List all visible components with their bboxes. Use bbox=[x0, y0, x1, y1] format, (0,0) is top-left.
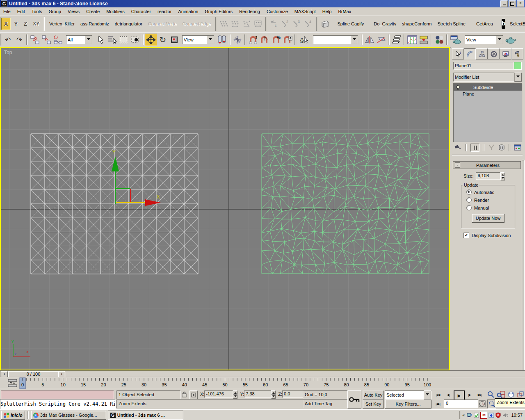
frame-ruler[interactable]: 0510152025303540455055606570758085909510… bbox=[0, 377, 451, 389]
spline-cagify-button[interactable]: Spline Cagify bbox=[334, 21, 367, 26]
object-color-swatch[interactable] bbox=[514, 62, 522, 70]
schematic-view-button[interactable] bbox=[418, 34, 429, 46]
axis-x-button[interactable]: X bbox=[1, 18, 11, 30]
add-time-tag[interactable]: Add Time Tag bbox=[303, 399, 349, 408]
tab-hierarchy[interactable] bbox=[476, 48, 488, 59]
select-and-scale-button[interactable] bbox=[169, 34, 180, 46]
set-keys-button[interactable] bbox=[347, 390, 361, 409]
spacing-tool-icon-3[interactable] bbox=[241, 18, 252, 30]
task-chrome-window[interactable]: 3ds Max Glasses - Google... bbox=[31, 411, 106, 420]
percent-snap-button[interactable]: % bbox=[270, 34, 282, 46]
x-coord-field[interactable]: -101,476 bbox=[204, 390, 233, 398]
size-spinner[interactable] bbox=[500, 172, 505, 180]
select-by-edge-button[interactable]: SelectByEdge bbox=[507, 21, 525, 26]
select-and-move-button[interactable] bbox=[145, 34, 157, 46]
connect-c-icon[interactable]: c bbox=[268, 18, 279, 30]
viewport-canvas[interactable]: YXyxz bbox=[1, 48, 449, 370]
render-scene-button[interactable] bbox=[449, 34, 463, 46]
menu-modifiers[interactable]: Modifiers bbox=[103, 8, 128, 15]
detriangulator-button[interactable]: detriangulator bbox=[112, 21, 145, 26]
stack-item-plane[interactable]: Plane bbox=[454, 91, 522, 97]
bind-to-spacewarp-button[interactable] bbox=[52, 34, 64, 46]
move-gizmo[interactable]: YX bbox=[112, 149, 161, 206]
connect-3-icon[interactable]: 3 bbox=[291, 18, 302, 30]
top-viewport[interactable]: YXyxz Top bbox=[0, 47, 450, 370]
antivirus-shield-icon[interactable]: V bbox=[495, 412, 501, 418]
select-and-manipulate-button[interactable] bbox=[232, 34, 243, 46]
quick-render-button[interactable] bbox=[505, 34, 516, 46]
track-bar[interactable]: 0510152025303540455055606570758085909510… bbox=[0, 377, 525, 389]
object-name-field[interactable]: Plane01 bbox=[453, 62, 514, 70]
menu-character[interactable]: Character bbox=[128, 8, 154, 15]
select-object-button[interactable] bbox=[95, 34, 106, 46]
menu-group[interactable]: Group bbox=[45, 8, 64, 15]
viewport-label[interactable]: Top bbox=[4, 50, 12, 55]
maxscript-mini-listener-pink[interactable] bbox=[1, 390, 114, 399]
show-end-result-button[interactable] bbox=[470, 144, 479, 152]
menu-create[interactable]: Create bbox=[83, 8, 103, 15]
menu-graph-editors[interactable]: Graph Editors bbox=[201, 8, 236, 15]
axis-y-button[interactable]: Y bbox=[11, 18, 20, 30]
display-subdivision-row[interactable]: ✓ Display Subdivision bbox=[463, 233, 511, 238]
maximize-button[interactable] bbox=[509, 0, 516, 7]
selection-filter-dropdown[interactable]: All bbox=[66, 35, 92, 44]
mcafee-icon[interactable]: M bbox=[480, 412, 487, 419]
tab-motion[interactable] bbox=[488, 48, 500, 59]
menu-brmax[interactable]: BrMax bbox=[335, 8, 354, 15]
x-spinner[interactable] bbox=[233, 390, 237, 398]
previous-frame-button[interactable]: ◀|| bbox=[443, 390, 453, 399]
zoom-extents-button[interactable] bbox=[506, 390, 515, 399]
stretch-spline-button[interactable]: Stretch Spline bbox=[434, 21, 468, 26]
rectangular-selection-region-button[interactable] bbox=[118, 34, 129, 46]
menu-help[interactable]: Help bbox=[319, 8, 335, 15]
tab-modify[interactable] bbox=[464, 48, 476, 59]
pin-stack-button[interactable] bbox=[454, 144, 462, 152]
do-gravity-button[interactable]: Do_Gravity bbox=[371, 21, 399, 26]
network-icon[interactable] bbox=[466, 412, 472, 418]
layer-manager-button[interactable] bbox=[391, 34, 402, 46]
spacing-tool-icon-2[interactable] bbox=[229, 18, 241, 30]
menu-edit[interactable]: Edit bbox=[14, 8, 28, 15]
spacing-tool-icon-1[interactable] bbox=[218, 18, 229, 30]
start-button[interactable]: Inicio bbox=[1, 411, 25, 420]
curve-editor-button[interactable] bbox=[406, 34, 418, 46]
select-and-rotate-button[interactable]: ↻ bbox=[157, 34, 169, 46]
axis-xy-button[interactable]: XY bbox=[30, 18, 42, 30]
axis-z-button[interactable]: Z bbox=[21, 18, 30, 30]
select-and-link-button[interactable] bbox=[29, 34, 41, 46]
tab-display[interactable] bbox=[500, 48, 511, 59]
scheduler-icon[interactable] bbox=[473, 412, 479, 418]
set-key-button[interactable]: Set Key bbox=[363, 399, 384, 409]
auto-key-button[interactable]: Auto Key bbox=[363, 390, 384, 399]
vertex-killer-button[interactable]: Vertex_Killer bbox=[46, 21, 78, 26]
key-mode-toggle-button[interactable]: |◀▶| bbox=[433, 399, 443, 408]
configure-modifier-sets-button[interactable] bbox=[514, 144, 522, 152]
sync-icon[interactable] bbox=[488, 412, 494, 418]
connect-edge-button[interactable]: Connect Edge bbox=[180, 21, 214, 26]
zoom-extents-all-button[interactable] bbox=[516, 390, 525, 399]
go-to-end-button[interactable]: ▶▶| bbox=[475, 390, 484, 399]
plane01-subdivided-mesh[interactable] bbox=[262, 134, 429, 274]
render-type-dropdown[interactable]: View bbox=[465, 35, 503, 44]
menu-tools[interactable]: Tools bbox=[28, 8, 46, 15]
modifier-list-dropdown[interactable]: Modifier List bbox=[453, 73, 522, 82]
menu-maxscript[interactable]: MAXScript bbox=[291, 8, 319, 15]
key-filter-dropdown[interactable]: Selected bbox=[385, 390, 431, 399]
mirror-button[interactable] bbox=[364, 34, 375, 46]
named-selection-dropdown[interactable] bbox=[313, 35, 358, 44]
update-render-option[interactable]: Render bbox=[466, 197, 513, 203]
shape-conform-button[interactable]: shapeConform bbox=[399, 21, 434, 26]
remove-modifier-button[interactable] bbox=[498, 144, 505, 152]
minimize-button[interactable] bbox=[500, 0, 508, 7]
update-automatic-option[interactable]: Automatic bbox=[466, 189, 513, 195]
undo-button[interactable]: ↶ bbox=[2, 34, 14, 46]
menu-animation[interactable]: Animation bbox=[175, 8, 201, 15]
absolute-offset-toggle-button[interactable] bbox=[189, 390, 198, 399]
task-3dsmax-window[interactable]: G Untitled - 3ds max 6 ... bbox=[108, 411, 183, 420]
stack-item-subdivide[interactable]: Subdivide bbox=[454, 84, 522, 91]
zoom-all-button[interactable] bbox=[496, 390, 505, 399]
use-pivot-point-center-button[interactable] bbox=[216, 34, 228, 46]
reference-coordinate-dropdown[interactable]: View bbox=[182, 35, 214, 44]
menu-reactor[interactable]: reactor bbox=[154, 8, 175, 15]
cube-tool-icon[interactable] bbox=[320, 18, 331, 30]
